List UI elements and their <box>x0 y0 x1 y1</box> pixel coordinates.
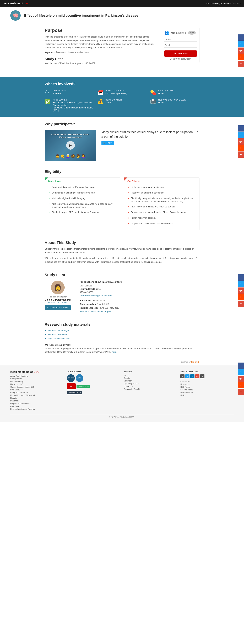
footer-events[interactable]: Upcoming Events <box>124 382 177 384</box>
purpose-section: Purpose Thinking problems are common in … <box>45 28 200 68</box>
plus-share-btn-2[interactable]: + <box>238 152 244 158</box>
twitter-share-btn-2[interactable]: t <box>238 132 244 138</box>
awards-list: Blue Cross Blue Shield Blue Distinction … <box>67 374 120 394</box>
procedures-info: PROCEDURES Socialization or Exercise Que… <box>53 99 94 112</box>
research-link-1[interactable]: ⬇ Research Study Flyer <box>45 329 200 332</box>
footer-donor[interactable]: Contact Us <box>124 385 177 387</box>
contact-team-link[interactable]: Contact the study team <box>164 58 197 60</box>
visits-item: 📅 NUMBER OF VISITS 45 (3 hours per week) <box>97 90 147 95</box>
reddit-share-btn[interactable]: r <box>238 54 244 60</box>
twitter-share-btn-3[interactable]: t <box>238 281 244 287</box>
award-row-1: Blue Cross Blue Shield Blue Distinction <box>67 374 120 382</box>
footer-other-icon[interactable]: ? <box>200 374 205 378</box>
about-text-2: With help from our participants, in this… <box>45 256 200 264</box>
facebook-share-btn-3[interactable]: f <box>238 274 244 280</box>
video-play-btn[interactable]: ▶ <box>66 141 75 150</box>
reddit-share-btn-3[interactable]: r <box>238 294 244 300</box>
google-share-btn-2[interactable]: g+ <box>238 138 244 144</box>
footer-link-careers[interactable]: Career Opportunities at USC <box>10 386 64 388</box>
cant-item-4: ✗ Past history of brain lesions (such as… <box>124 204 199 210</box>
reddit-share-btn-2[interactable]: r <box>238 145 244 151</box>
footer-newsroom[interactable]: Newsroom <box>180 383 234 385</box>
footer-giving[interactable]: Giving <box>124 374 177 376</box>
pi-profile-link[interactable]: view research profile <box>48 302 67 304</box>
footer-twitter-icon[interactable]: t <box>185 374 190 378</box>
trial-length-item: ⏱ TRIAL LENGTH 12 weeks <box>45 90 94 95</box>
main-contact-label: Main Contact <box>80 284 200 287</box>
purpose-right: 👥 Men & Women 30-85 I am interested Cont… <box>162 28 200 68</box>
research-link-2[interactable]: ⬇ Research team bios <box>45 333 200 336</box>
research-link-3[interactable]: ⬇ Physical therapist bios <box>45 337 200 340</box>
why-section: Why participate? Clinical Trials at Keck… <box>38 117 206 166</box>
facebook-share-btn[interactable]: f <box>238 34 244 41</box>
contact-email[interactable]: lauren.hawthorne@med.usc.edu <box>80 294 112 297</box>
footer-link-billing[interactable]: Billing and Insurance <box>10 392 64 394</box>
footer-link-care[interactable]: Care Pages <box>10 405 64 407</box>
footer-facebook-icon[interactable]: f <box>180 374 185 378</box>
email-input[interactable] <box>164 43 197 48</box>
footer-link-about[interactable]: About Keck Medicine <box>10 375 64 377</box>
clinicaltrials-link[interactable]: View this trial on ClinicalTrials.gov <box>80 310 111 313</box>
twitter-share-btn[interactable]: t <box>238 41 244 47</box>
about-section: About This Study Currently there is no e… <box>38 237 206 269</box>
facebook-share-btn-2[interactable]: f <box>238 125 244 132</box>
twitter-icon: 🐦 <box>103 142 106 144</box>
footer-link-records[interactable]: Medical Records, X-Rays, MRI <box>10 394 64 396</box>
footer-contact[interactable]: Contact Us <box>180 380 234 382</box>
blue-cross-badge: Blue Cross Blue Shield <box>67 374 75 382</box>
footer-col-keck: Keck Medicine of USC About Keck Medicine… <box>10 370 64 411</box>
footer-media[interactable]: For The Media <box>180 389 234 391</box>
study-icon: 🧠 <box>10 10 21 21</box>
procedures-icon: ✅ <box>45 99 51 104</box>
purpose-text: Thinking problems are common in Parkinso… <box>45 35 155 50</box>
compensation-item: 💰 COMPENSATION None <box>97 99 147 112</box>
footer-donate[interactable]: Donate <box>124 377 177 379</box>
footer-link-pharmacy[interactable]: Pharmacy <box>10 400 64 402</box>
footer-link-leadership[interactable]: Our Leadership <box>10 380 64 382</box>
footer-community[interactable]: Community Benefit <box>124 388 177 390</box>
footer-link-financial[interactable]: Financial Assistance Program <box>10 408 64 410</box>
facebook-share-btn-4[interactable]: f <box>238 362 244 369</box>
plus-share-btn-4[interactable]: + <box>238 389 244 395</box>
footer-link-nurses[interactable]: Nurses of USC <box>10 383 64 385</box>
footer-volunteer[interactable]: Volunteer <box>124 380 177 382</box>
footer-top: Keck Medicine of USC About Keck Medicine… <box>10 370 234 411</box>
interested-button[interactable]: I am interested <box>164 50 197 57</box>
footer-ntm[interactable]: NTM Infections <box>180 392 234 394</box>
cant-have-header: Can't have <box>124 178 199 184</box>
sites-title: Study Sites <box>45 57 155 61</box>
footer-linkedin-icon[interactable]: in <box>190 374 195 378</box>
google-share-btn-3[interactable]: g+ <box>238 288 244 294</box>
cross-icon-5: ✗ <box>127 211 129 214</box>
footer-link-appointment[interactable]: Request an Appointment <box>10 402 64 404</box>
check-icon-1: ✓ <box>48 186 50 189</box>
google-share-btn[interactable]: g+ <box>238 48 244 54</box>
sc-ctsi-link[interactable]: SC CTSI <box>191 361 199 363</box>
footer-notice[interactable]: Notice <box>180 394 234 396</box>
research-section: Research study materials ⬇ Research Stud… <box>38 319 206 359</box>
footer-link-provider[interactable]: Find a Provider <box>10 389 64 391</box>
name-input[interactable] <box>164 37 197 42</box>
trial-length-info: TRIAL LENGTH 12 weeks <box>52 90 66 95</box>
footer-link-results[interactable]: Results <box>10 397 64 399</box>
visits-info: NUMBER OF VISITS 45 (3 hours per week) <box>105 90 127 95</box>
team-right: For questions about this study, contact:… <box>80 280 200 314</box>
twitter-share-btn-4[interactable]: t <box>238 369 244 375</box>
tweet-button[interactable]: 🐦 Tweet <box>101 141 114 145</box>
footer-col-support: SUPPORT Giving Donate Volunteer Upcoming… <box>124 370 177 411</box>
privacy-policy-link[interactable]: here <box>112 351 116 353</box>
involved-grid-bottom: ✅ PROCEDURES Socialization or Exercise Q… <box>45 99 200 112</box>
video-thumbnail[interactable]: Clinical Trials at Keck Medicine of USC … <box>45 130 96 161</box>
footer-hsc[interactable]: HSC News <box>180 386 234 388</box>
footer-social-icons: f t in g+ ? <box>180 374 234 378</box>
footer-google-icon[interactable]: g+ <box>195 374 200 378</box>
site-address: Keck School of Medicine, Los Angeles, US… <box>45 62 155 64</box>
involved-grid-top: ⏱ TRIAL LENGTH 12 weeks 📅 NUMBER OF VISI… <box>45 90 200 95</box>
reddit-share-btn-4[interactable]: r <box>238 382 244 388</box>
collaborate-button[interactable]: Collaborate with the PI <box>45 305 71 310</box>
plus-share-btn[interactable]: + <box>238 60 244 67</box>
google-share-btn-4[interactable]: g+ <box>238 376 244 382</box>
footer-link-strategic[interactable]: Strategic Plan <box>10 378 64 380</box>
plus-share-btn-3[interactable]: + <box>238 300 244 307</box>
pi-photo: 👩 <box>51 280 65 294</box>
